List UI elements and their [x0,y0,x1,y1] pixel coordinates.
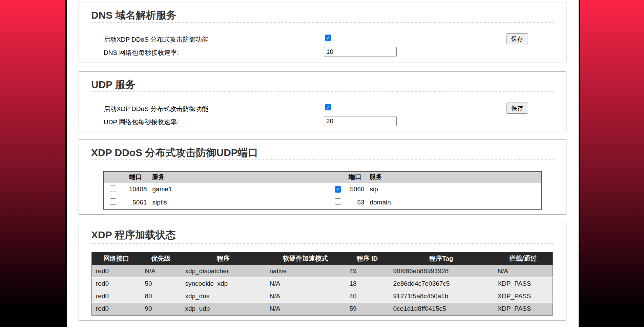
action-column-header: 拦截/通过 [494,252,553,265]
xdp-status-panel: XDP 程序加载状态 网络接口 优先级 程序 软硬件加速模式 程序 ID 程序T… [79,222,566,321]
program-cell: xdp_dns [181,290,266,303]
port-value: 5060 [344,183,366,196]
interface-cell: red0 [92,278,141,290]
interface-column-header: 网络接口 [92,252,141,265]
divider [91,243,554,244]
background-gradient-right [580,0,644,327]
service-value: domain [366,196,542,209]
dns-enable-label: 启动XDP DDoS 分布式攻击防御功能 [104,35,208,44]
port-checkbox-sip[interactable] [335,186,341,193]
program-tag-cell: 91271f5a8c450a1b [389,290,494,303]
dns-enable-checkbox[interactable] [325,35,331,41]
program-tag-cell: 90f686eb86991928 [389,265,494,278]
status-header-row: 网络接口 优先级 程序 软硬件加速模式 程序 ID 程序Tag 拦截/通过 [92,252,553,265]
port-value: 53 [344,196,366,209]
service-column-header: 服务 [149,172,332,183]
accel-mode-cell: N/A [266,290,346,303]
status-row: red0 80 xdp_dns N/A 40 91271f5a8c450a1b … [92,290,553,303]
dns-service-panel: DNS 域名解析服务 启动XDP DDoS 分布式攻击防御功能 DNS 网络包每… [79,2,566,63]
program-id-cell: 18 [346,278,389,290]
udp-enable-checkbox[interactable] [325,104,331,110]
udp-enable-label: 启动XDP DDoS 分布式攻击防御功能 [104,105,208,113]
port-checkbox-game1[interactable] [110,186,116,192]
udp-rate-input[interactable] [324,116,397,126]
udp-save-button[interactable]: 保存 [506,103,528,114]
checkbox-column-header [104,172,123,183]
port-value: 10408 [123,183,149,196]
program-tag-column-header: 程序Tag [389,252,494,265]
port-column-header: 端口 [123,172,149,183]
ports-row: 5061 siptls 53 domain [104,196,542,209]
udp-service-panel: UDP 服务 启动XDP DDoS 分布式攻击防御功能 UDP 网络包每秒接收速… [79,71,566,132]
program-tag-cell: 2e86dd4c7e0367c5 [389,278,494,290]
accel-mode-cell: N/A [266,278,346,290]
accel-mode-column-header: 软硬件加速模式 [266,252,346,265]
program-column-header: 程序 [181,252,266,265]
dns-save-button[interactable]: 保存 [506,33,528,44]
xdp-status-table: 网络接口 优先级 程序 软硬件加速模式 程序 ID 程序Tag 拦截/通过 re… [91,252,553,315]
action-cell: XDP_PASS [494,278,553,290]
udp-ports-table: 端口 服务 端口 服务 10408 game1 5060 sip [103,171,542,210]
program-id-cell: 49 [346,265,389,278]
status-section-title: XDP 程序加载状态 [91,228,175,242]
udp-rate-label: UDP 网络包每秒接收速率: [104,118,179,127]
action-cell: XDP_PASS [494,303,553,315]
action-cell: XDP_PASS [494,290,553,303]
priority-column-header: 优先级 [141,252,181,265]
divider [91,159,554,160]
ports-section-title: XDP DDoS 分布式攻击防御UDP端口 [91,146,258,160]
service-column-header: 服务 [366,172,542,183]
port-value: 5061 [123,196,149,209]
program-cell: xdp_udp [181,303,266,315]
port-column-header: 端口 [344,172,366,183]
accel-mode-cell: N/A [266,303,346,315]
divider [91,22,554,23]
status-row: red0 N/A xdp_dispatcher native 49 90f686… [92,265,553,278]
content-area: DNS 域名解析服务 启动XDP DDoS 分布式攻击防御功能 DNS 网络包每… [67,0,579,327]
dns-rate-label: DNS 网络包每秒接收速率: [104,48,179,57]
udp-section-title: UDP 服务 [91,78,136,92]
udp-ports-panel: XDP DDoS 分布式攻击防御UDP端口 端口 服务 端口 服务 [79,139,566,215]
accel-mode-cell: native [266,265,346,278]
interface-cell: red0 [92,303,141,315]
priority-cell: 80 [141,290,181,303]
priority-cell: 50 [141,278,181,290]
dns-section-title: DNS 域名解析服务 [91,8,176,22]
service-value: sip [366,183,542,196]
port-checkbox-domain[interactable] [335,198,341,205]
service-value: game1 [149,183,332,196]
ports-row: 10408 game1 5060 sip [104,183,542,196]
action-cell: N/A [494,265,553,278]
status-row: red0 50 syncookie_xdp N/A 18 2e86dd4c7e0… [92,278,553,290]
program-id-column-header: 程序 ID [346,252,389,265]
dns-rate-input[interactable] [324,47,397,57]
divider [91,91,554,92]
interface-cell: red0 [92,290,141,303]
service-value: siptls [149,196,332,209]
priority-cell: N/A [141,265,181,278]
interface-cell: red0 [92,265,141,278]
program-id-cell: 59 [346,303,389,315]
priority-cell: 90 [141,303,181,315]
status-row: red0 90 xdp_udp N/A 59 0ce1d1d8ff0415c5 … [92,303,553,315]
ports-header-row: 端口 服务 端口 服务 [104,172,542,183]
program-cell: xdp_dispatcher [181,265,266,278]
background-gradient-left [0,0,65,327]
program-tag-cell: 0ce1d1d8ff0415c5 [389,303,494,315]
program-id-cell: 40 [346,290,389,303]
port-checkbox-siptls[interactable] [110,198,116,205]
program-cell: syncookie_xdp [181,278,266,290]
checkbox-column-header [332,172,344,183]
